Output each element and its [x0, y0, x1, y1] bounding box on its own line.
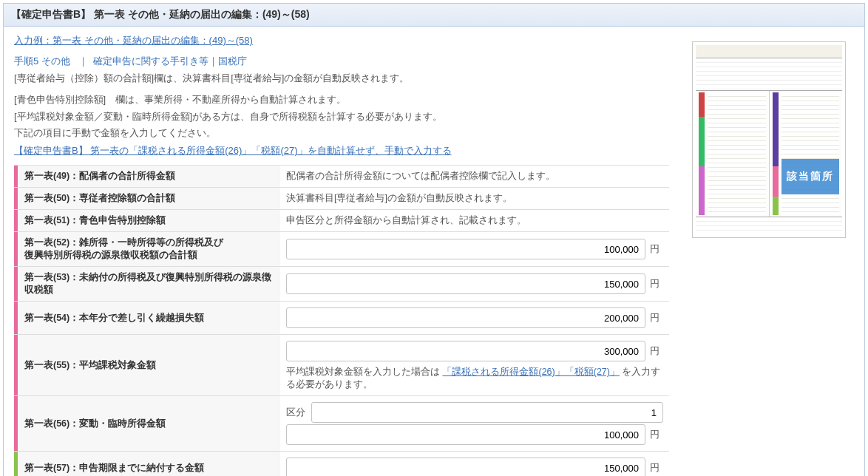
yen-unit: 円 — [650, 461, 663, 475]
row-57-input[interactable] — [286, 458, 645, 476]
thumb-overlay-label: 該当箇所 — [781, 159, 840, 194]
row-51-label: 第一表(51)：青色申告特別控除額 — [14, 210, 280, 232]
desc-line-3: [平均課税対象金額／変動・臨時所得金額]がある方は、自身で所得税額を計算する必要… — [14, 109, 669, 125]
row-56-kubun-input[interactable] — [311, 402, 663, 423]
row-49-text: 配偶者の合計所得金額については配偶者控除欄で記入します。 — [280, 166, 669, 188]
row-53-input[interactable] — [286, 273, 645, 294]
yen-unit: 円 — [650, 344, 663, 358]
thumb-header — [696, 45, 842, 58]
manual-entry-link[interactable]: 【確定申告書B】 第一表の「課税される所得金額(26)」「税額(27)」を自動計… — [14, 144, 452, 157]
row-56-kubun-label: 区分 — [286, 406, 307, 419]
row-50: 第一表(50)：専従者控除額の合計額 決算書科目[専従者給与]の金額が自動反映さ… — [14, 188, 669, 210]
row-56: 第一表(56)：変動・臨時所得金額 区分 円 — [14, 396, 669, 452]
desc-line-4: 下記の項目に手動で金額を入力してください。 — [14, 126, 669, 141]
yen-unit: 円 — [650, 311, 663, 324]
row-54-input[interactable] — [286, 307, 645, 328]
row-55-note-link[interactable]: 「課税される所得金額(26)」「税額(27)」 — [442, 367, 619, 377]
row-56-label: 第一表(56)：変動・臨時所得金額 — [14, 396, 280, 452]
desc-line-2: [青色申告特別控除額] 欄は、事業所得・不動産所得から自動計算されます。 — [14, 92, 669, 108]
row-51-text: 申告区分と所得金額から自動計算され、記載されます。 — [280, 210, 669, 232]
row-50-label: 第一表(50)：専従者控除額の合計額 — [14, 188, 280, 210]
panel: 【確定申告書B】 第一表 その他・延納の届出の編集：(49)～(58) 入力例：… — [3, 3, 865, 476]
panel-title: 【確定申告書B】 第一表 その他・延納の届出の編集：(49)～(58) — [4, 4, 864, 27]
nta-guide-link[interactable]: 確定申告に関する手引き等｜国税庁 — [93, 55, 247, 67]
yen-unit: 円 — [650, 428, 663, 441]
right-column: 該当箇所 — [684, 34, 854, 238]
row-55-label: 第一表(55)：平均課税対象金額 — [14, 335, 280, 396]
row-54-label: 第一表(54)：本年分で差し引く繰越損失額 — [14, 302, 280, 335]
form-thumbnail: 該当箇所 — [692, 41, 846, 238]
row-49-label: 第一表(49)：配偶者の合計所得金額 — [14, 166, 280, 188]
row-55-input[interactable] — [286, 341, 645, 361]
row-49: 第一表(49)：配偶者の合計所得金額 配偶者の合計所得金額については配偶者控除欄… — [14, 166, 669, 188]
example-link[interactable]: 入力例：第一表 その他・延納の届出の編集：(49)～(58) — [14, 34, 669, 47]
form-table: 第一表(49)：配偶者の合計所得金額 配偶者の合計所得金額については配偶者控除欄… — [14, 165, 669, 476]
row-54: 第一表(54)：本年分で差し引く繰越損失額 円 — [14, 302, 669, 335]
row-52: 第一表(52)：雑所得・一時所得等の所得税及び 復興特別所得税の源泉徴収税額の合… — [14, 232, 669, 267]
row-55-note-pre: 平均課税対象金額を入力した場合は — [286, 367, 440, 377]
step5-link[interactable]: 手順5 その他 — [14, 55, 70, 67]
row-57-label: 第一表(57)：申告期限までに納付する金額 — [14, 452, 280, 476]
row-52-label: 第一表(52)：雑所得・一時所得等の所得税及び 復興特別所得税の源泉徴収税額の合… — [14, 232, 280, 267]
yen-unit: 円 — [650, 277, 663, 290]
row-57: 第一表(57)：申告期限までに納付する金額 円 — [14, 452, 669, 476]
yen-unit: 円 — [650, 242, 663, 256]
guide-links-row: 手順5 その他 ｜ 確定申告に関する手引き等｜国税庁 — [14, 55, 669, 68]
panel-body: 入力例：第一表 その他・延納の届出の編集：(49)～(58) 手順5 その他 ｜… — [4, 27, 864, 476]
row-51: 第一表(51)：青色申告特別控除額 申告区分と所得金額から自動計算され、記載され… — [14, 210, 669, 232]
row-53-label: 第一表(53)：未納付の所得税及び復興特別所得税の源泉徴収税額 — [14, 267, 280, 302]
row-55-note: 平均課税対象金額を入力した場合は 「課税される所得金額(26)」「税額(27)」… — [286, 366, 663, 391]
link-separator: ｜ — [78, 55, 88, 67]
desc-line-1: [専従者給与（控除）額の合計額]欄は、決算書科目[専従者給与]の金額が自動反映さ… — [14, 71, 669, 86]
row-53: 第一表(53)：未納付の所得税及び復興特別所得税の源泉徴収税額 円 — [14, 267, 669, 302]
row-56-input[interactable] — [286, 424, 645, 445]
row-55: 第一表(55)：平均課税対象金額 円 平均課税対象金額を入力した場合は 「課税さ… — [14, 335, 669, 396]
row-50-text: 決算書科目[専従者給与]の金額が自動反映されます。 — [280, 188, 669, 210]
left-column: 入力例：第一表 その他・延納の届出の編集：(49)～(58) 手順5 その他 ｜… — [14, 34, 669, 476]
row-52-input[interactable] — [286, 239, 645, 259]
